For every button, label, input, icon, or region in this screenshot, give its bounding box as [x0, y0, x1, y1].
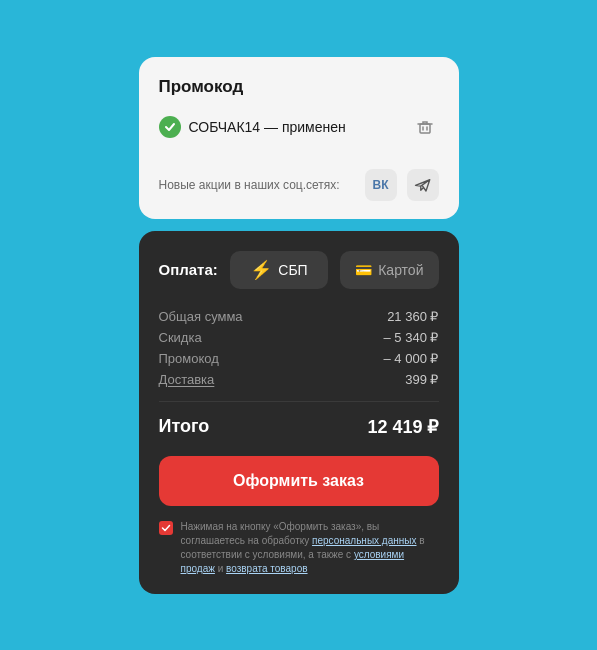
social-icons: ВК — [365, 169, 439, 201]
sbp-payment-button[interactable]: ⚡ СБП — [230, 251, 328, 289]
order-button[interactable]: Оформить заказ — [159, 456, 439, 506]
telegram-icon — [414, 176, 432, 194]
sbp-label: СБП — [278, 262, 307, 278]
promo-applied-left: СОБЧАК14 — применен — [159, 116, 346, 138]
payment-label: Оплата: — [159, 261, 218, 278]
price-row-value-3: 399 ₽ — [405, 372, 438, 387]
social-label: Новые акции в наших соц.сетях: — [159, 178, 340, 192]
price-row-value-0: 21 360 ₽ — [387, 309, 438, 324]
price-row-discount: Скидка – 5 340 ₽ — [159, 330, 439, 345]
promo-applied-row: СОБЧАК14 — применен — [159, 113, 439, 141]
price-row-value-2: – 4 000 ₽ — [384, 351, 439, 366]
main-container: Промокод СОБЧАК14 — применен — [139, 57, 459, 594]
sbp-icon: ⚡ — [250, 259, 272, 281]
card-icon: 💳 — [355, 262, 372, 278]
trash-icon — [415, 117, 435, 137]
card-payment-button[interactable]: 💳 Картой — [340, 251, 438, 289]
promo-card: Промокод СОБЧАК14 — применен — [139, 57, 459, 219]
vk-button[interactable]: ВК — [365, 169, 397, 201]
total-value: 12 419 ₽ — [367, 416, 438, 438]
payment-card: Оплата: ⚡ СБП 💳 Картой Общая сумма 21 36… — [139, 231, 459, 594]
promo-title: Промокод — [159, 77, 439, 97]
price-row-value-1: – 5 340 ₽ — [384, 330, 439, 345]
price-row-label-3: Доставка — [159, 372, 215, 387]
promo-applied-text: СОБЧАК14 — применен — [189, 119, 346, 135]
return-terms-link[interactable]: возврата товаров — [226, 563, 307, 574]
price-row-label-0: Общая сумма — [159, 309, 243, 324]
consent-checkbox[interactable] — [159, 521, 173, 535]
telegram-button[interactable] — [407, 169, 439, 201]
personal-data-link[interactable]: персональных данных — [312, 535, 416, 546]
price-rows: Общая сумма 21 360 ₽ Скидка – 5 340 ₽ Пр… — [159, 309, 439, 402]
check-circle-icon — [159, 116, 181, 138]
consent-text: Нажимая на кнопку «Оформить заказ», вы с… — [181, 520, 439, 576]
consent-check-icon — [161, 523, 171, 533]
price-row-delivery: Доставка 399 ₽ — [159, 372, 439, 387]
delete-promo-button[interactable] — [411, 113, 439, 141]
card-label: Картой — [378, 262, 423, 278]
price-row-label-2: Промокод — [159, 351, 219, 366]
price-row-total-sum: Общая сумма 21 360 ₽ — [159, 309, 439, 324]
consent-row: Нажимая на кнопку «Оформить заказ», вы с… — [159, 520, 439, 576]
price-row-promo: Промокод – 4 000 ₽ — [159, 351, 439, 366]
payment-method-row: Оплата: ⚡ СБП 💳 Картой — [159, 251, 439, 289]
social-row: Новые акции в наших соц.сетях: ВК — [159, 169, 439, 201]
total-row: Итого 12 419 ₽ — [159, 416, 439, 438]
price-row-label-1: Скидка — [159, 330, 202, 345]
svg-rect-0 — [420, 124, 430, 133]
total-label: Итого — [159, 416, 210, 437]
